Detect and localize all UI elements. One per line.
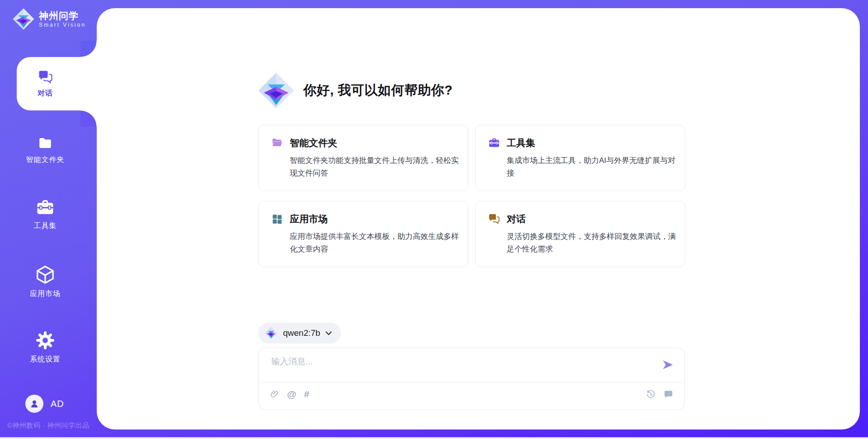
main-panel: 你好, 我可以如何帮助你? 智能文件夹 智能文件夹功能支持批量文件上传与清洗，轻… — [97, 8, 860, 429]
brand-logo: 神州问学 Smart Vision — [13, 8, 86, 30]
card-title: 对话 — [507, 213, 526, 225]
mention-button[interactable]: @ — [287, 389, 296, 399]
at-icon: @ — [287, 389, 296, 399]
card-chat[interactable]: 对话 灵活切换多模型文件，支持多样回复效果调试，满足个性化需求 — [475, 201, 685, 267]
user-avatar-icon — [28, 398, 40, 410]
gear-icon — [35, 330, 56, 351]
chat-bubble-icon — [663, 389, 674, 400]
card-smart-folder[interactable]: 智能文件夹 智能文件夹功能支持批量文件上传与清洗，轻松实现文件问答 — [258, 125, 468, 191]
message-composer: @ # — [258, 348, 685, 410]
sidebar-item-toolset[interactable]: 工具集 — [0, 198, 90, 231]
card-description: 集成市场上主流工具，助力AI与外界无缝扩展与对接 — [507, 154, 677, 180]
user-name: AD — [51, 399, 64, 409]
send-button[interactable] — [660, 358, 675, 372]
message-input[interactable] — [270, 355, 652, 382]
brand-name: 神州问学 — [39, 10, 86, 22]
history-icon — [646, 389, 656, 400]
app-window: 你好, 我可以如何帮助你? 智能文件夹 智能文件夹功能支持批量文件上传与清洗，轻… — [0, 0, 868, 439]
copyright-footer: ©神州数码 · 神州问学出品 — [7, 421, 98, 430]
composer-tools-left: @ # — [270, 389, 309, 400]
composer-divider — [259, 382, 684, 383]
paperclip-icon — [270, 389, 279, 400]
topic-button[interactable]: # — [304, 389, 309, 399]
sidebar-item-label: 工具集 — [34, 221, 57, 231]
toolbox-icon — [488, 137, 500, 149]
diamond-logo-icon — [265, 327, 278, 339]
card-toolset[interactable]: 工具集 集成市场上主流工具，助力AI与外界无缝扩展与对接 — [475, 125, 685, 191]
new-chat-button[interactable] — [663, 389, 674, 400]
diamond-logo-icon — [258, 72, 294, 109]
sidebar-item-app-market[interactable]: 应用市场 — [0, 264, 90, 299]
chevron-down-icon — [326, 331, 332, 335]
hash-icon: # — [304, 389, 309, 399]
model-name: qwen2:7b — [283, 328, 320, 338]
folder-icon — [37, 136, 53, 151]
card-app-market[interactable]: 应用市场 应用市场提供丰富长文本模板，助力高效生成多样化文章内容 — [258, 201, 468, 267]
cube-icon — [35, 264, 56, 285]
sidebar-item-settings[interactable]: 系统设置 — [0, 330, 90, 364]
sidebar-item-label: 智能文件夹 — [26, 155, 65, 165]
card-description: 应用市场提供丰富长文本模板，助力高效生成多样化文章内容 — [290, 230, 460, 256]
brand-subtitle: Smart Vision — [39, 22, 86, 29]
folder-open-icon — [271, 137, 283, 149]
sidebar: 神州问学 Smart Vision 对话 智能文件夹 — [0, 0, 97, 439]
diamond-logo-icon — [13, 8, 34, 30]
card-title: 智能文件夹 — [290, 137, 337, 149]
history-button[interactable] — [646, 389, 656, 400]
send-icon — [661, 358, 675, 372]
greeting-text: 你好, 我可以如何帮助你? — [303, 81, 453, 100]
model-selector[interactable]: qwen2:7b — [258, 323, 341, 344]
window-bottom-edge — [0, 437, 868, 439]
card-description: 灵活切换多模型文件，支持多样回复效果调试，满足个性化需求 — [507, 230, 677, 256]
user-menu[interactable]: AD — [25, 395, 64, 413]
avatar — [25, 395, 43, 413]
chat-bubbles-icon — [488, 213, 500, 225]
composer-tools-right — [646, 389, 674, 400]
card-title: 应用市场 — [290, 213, 328, 225]
toolbox-icon — [35, 198, 55, 217]
card-description: 智能文件夹功能支持批量文件上传与清洗，轻松实现文件问答 — [290, 154, 460, 180]
attach-file-button[interactable] — [270, 389, 279, 400]
sidebar-item-chat[interactable]: 对话 — [0, 70, 90, 98]
sidebar-item-label: 对话 — [38, 89, 53, 98]
sidebar-item-label: 系统设置 — [30, 355, 61, 364]
app-grid-icon — [271, 213, 283, 225]
card-title: 工具集 — [507, 137, 535, 149]
chat-bubbles-icon — [38, 70, 53, 85]
greeting-block: 你好, 我可以如何帮助你? — [258, 72, 453, 109]
feature-cards: 智能文件夹 智能文件夹功能支持批量文件上传与清洗，轻松实现文件问答 — [258, 125, 686, 267]
sidebar-item-label: 应用市场 — [30, 289, 61, 299]
sidebar-item-smart-folder[interactable]: 智能文件夹 — [0, 136, 90, 165]
